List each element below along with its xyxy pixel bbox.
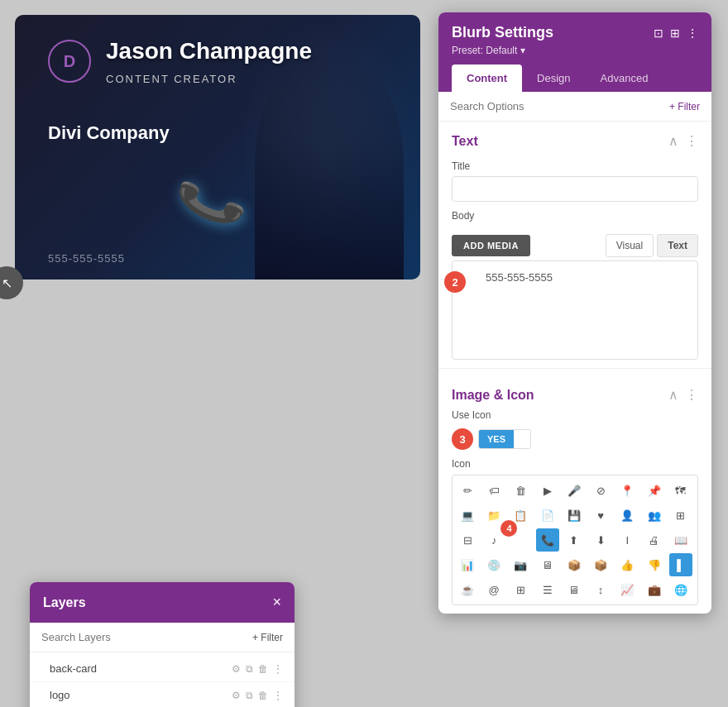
- settings-icon-logo[interactable]: ⚙: [232, 690, 241, 701]
- settings-header: Blurb Settings ⊡ ⊞ ⋮ Preset: Default ▾ C…: [438, 12, 711, 92]
- icon-cell-pin[interactable]: 📍: [615, 479, 639, 502]
- layers-search-input[interactable]: [41, 631, 252, 643]
- icon-cell-group[interactable]: 👥: [643, 504, 666, 527]
- body-field-label: Body: [438, 210, 711, 225]
- toggle-no[interactable]: [514, 430, 530, 448]
- settings-icon-back-card[interactable]: ⚙: [232, 663, 241, 675]
- icon-section-more-icon[interactable]: ⋮: [685, 387, 698, 403]
- icon-cell-tag[interactable]: 🏷: [482, 479, 505, 502]
- icon-cell-user[interactable]: 👤: [615, 504, 639, 527]
- icon-cell-cursor[interactable]: ▶: [536, 479, 559, 502]
- icon-cell-globe[interactable]: 🌐: [669, 578, 692, 601]
- layer-actions-back-card: ⚙ ⧉ 🗑 ⋮: [232, 663, 283, 675]
- icon-cell-laptop[interactable]: 💻: [456, 504, 479, 527]
- icon-cell-step4: 4: [509, 528, 532, 552]
- duplicate-icon-logo[interactable]: ⧉: [246, 690, 253, 701]
- use-icon-toggle[interactable]: YES: [478, 429, 531, 449]
- icon-cell-thumbsdown[interactable]: 👎: [643, 553, 666, 576]
- icon-cell-mic[interactable]: 🎤: [563, 479, 586, 502]
- icon-cell-screen[interactable]: 🖥: [563, 578, 586, 601]
- duplicate-icon-back-card[interactable]: ⧉: [246, 663, 253, 675]
- icon-cell-steps[interactable]: ↕: [589, 578, 612, 601]
- icon-cell-chart2[interactable]: 📈: [615, 578, 639, 601]
- delete-icon-back-card[interactable]: 🗑: [258, 663, 268, 675]
- body-content-area[interactable]: 2 555-555-5555: [452, 260, 698, 360]
- settings-search-input[interactable]: [450, 100, 589, 112]
- layer-item-back-card[interactable]: back-card ⚙ ⧉ 🗑 ⋮: [30, 656, 295, 682]
- icon-cell-thumbtack[interactable]: 📌: [643, 479, 666, 502]
- icon-cell-trash[interactable]: 🗑: [509, 479, 532, 502]
- icon-grid-label: Icon: [452, 458, 698, 470]
- more-options-icon[interactable]: ⋮: [687, 26, 698, 40]
- icon-cell-briefcase[interactable]: 💼: [643, 578, 666, 601]
- icon-cell-file[interactable]: 📄: [536, 504, 559, 527]
- icon-cell-monitor[interactable]: 🖥: [536, 553, 559, 576]
- settings-filter-button[interactable]: + Filter: [669, 101, 700, 112]
- icon-cell-heart[interactable]: ♥: [589, 504, 612, 527]
- icon-section-controls: ∧ ⋮: [668, 387, 698, 403]
- icon-cell-download[interactable]: ⬇: [589, 528, 612, 552]
- step-4-badge: 4: [500, 520, 517, 537]
- more-icon-back-card[interactable]: ⋮: [273, 663, 283, 675]
- icon-cell-grid[interactable]: ⊞: [669, 504, 692, 527]
- step-2-badge: 2: [444, 271, 466, 293]
- grid-icon[interactable]: ⊞: [670, 26, 680, 40]
- minimize-icon[interactable]: ⊡: [654, 26, 663, 40]
- icon-cell-book[interactable]: 📖: [669, 528, 692, 552]
- icon-cell-grid2[interactable]: ⊞: [509, 578, 532, 601]
- tab-content[interactable]: Content: [452, 64, 522, 92]
- visual-tab[interactable]: Visual: [606, 234, 654, 257]
- icon-cell-map[interactable]: 🗺: [669, 479, 692, 502]
- toggle-row: 3 YES: [452, 425, 698, 450]
- layer-name-back-card: back-card: [50, 662, 232, 675]
- icon-cell-minus-grid[interactable]: ⊟: [456, 528, 479, 552]
- layer-item-logo[interactable]: logo ⚙ ⧉ 🗑 ⋮: [30, 682, 295, 707]
- view-tabs: Visual Text: [606, 234, 698, 257]
- icon-cell-box2[interactable]: 📦: [589, 553, 612, 576]
- text-section-more-icon[interactable]: ⋮: [685, 133, 698, 149]
- text-section-collapse-icon[interactable]: ∧: [668, 133, 678, 149]
- title-field-group: Title: [438, 155, 711, 210]
- title-field-label: Title: [452, 160, 698, 172]
- icon-cell-cursor2[interactable]: I: [615, 528, 639, 552]
- icon-cell-upload[interactable]: ⬆: [563, 528, 586, 552]
- settings-tabs: Content Design Advanced: [452, 64, 698, 92]
- add-media-button[interactable]: ADD MEDIA: [452, 235, 530, 256]
- icon-cell-coffee[interactable]: ☕: [456, 578, 479, 601]
- body-text-row: 2 555-555-5555: [459, 268, 691, 296]
- icon-cell-bars[interactable]: ☰: [536, 578, 559, 601]
- tab-design[interactable]: Design: [522, 64, 585, 92]
- delete-icon-logo[interactable]: 🗑: [258, 690, 268, 701]
- settings-preset[interactable]: Preset: Default ▾: [452, 45, 698, 56]
- icon-cell-no[interactable]: ⊘: [589, 479, 612, 502]
- icon-cell-phone[interactable]: 📞: [536, 528, 559, 552]
- toggle-yes[interactable]: YES: [479, 430, 514, 448]
- icon-cell-pen[interactable]: ✏: [456, 479, 479, 502]
- layers-header: Layers ×: [30, 582, 295, 623]
- icon-cell-thumbsup[interactable]: 👍: [615, 553, 639, 576]
- text-section-header: Text ∧ ⋮: [438, 122, 711, 155]
- text-tab[interactable]: Text: [657, 234, 698, 257]
- layers-panel: Layers × + Filter back-card ⚙ ⧉ 🗑 ⋮ logo: [30, 582, 295, 707]
- settings-search-bar: + Filter: [438, 92, 711, 122]
- more-icon-logo[interactable]: ⋮: [273, 690, 283, 701]
- icon-cell-chart[interactable]: 📊: [456, 553, 479, 576]
- settings-header-top: Blurb Settings ⊡ ⊞ ⋮: [452, 24, 698, 41]
- icon-cell-at[interactable]: @: [482, 578, 505, 601]
- icon-section-header: Image & Icon ∧ ⋮: [438, 375, 711, 409]
- icon-cell-box[interactable]: 📦: [563, 553, 586, 576]
- title-field-input[interactable]: [452, 176, 698, 202]
- icon-cell-camera[interactable]: 📷: [509, 553, 532, 576]
- layers-filter-button[interactable]: + Filter: [252, 632, 283, 643]
- tab-advanced[interactable]: Advanced: [586, 64, 663, 92]
- step-3-badge: 3: [452, 428, 473, 450]
- section-divider: [438, 368, 711, 369]
- layers-close-button[interactable]: ×: [272, 594, 281, 611]
- icon-cell-save[interactable]: 💾: [563, 504, 586, 527]
- card-phone-number: 555-555-5555: [48, 252, 125, 265]
- icon-section-collapse-icon[interactable]: ∧: [668, 387, 678, 403]
- icon-cell-print[interactable]: 🖨: [643, 528, 666, 552]
- icon-cell-disc[interactable]: 💿: [482, 553, 505, 576]
- icon-cell-bar[interactable]: ▌: [669, 553, 692, 576]
- use-icon-label: Use Icon: [452, 409, 698, 421]
